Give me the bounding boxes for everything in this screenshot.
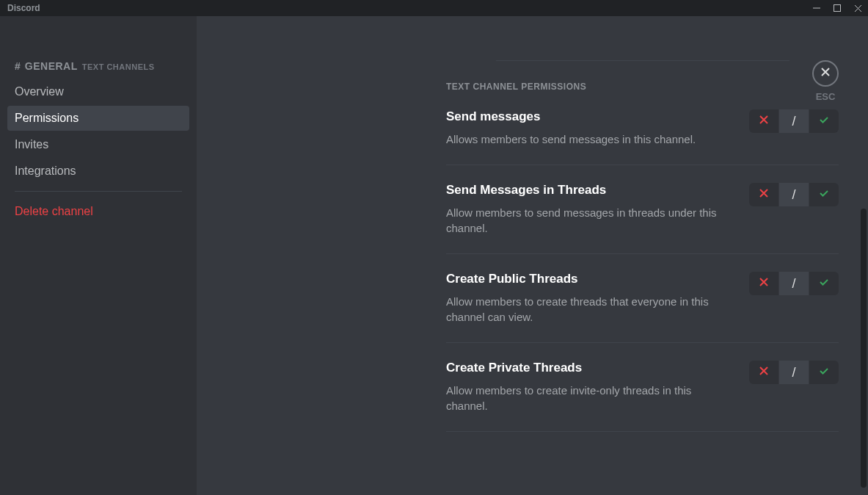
slash-icon: / [792, 365, 795, 380]
close-window-button[interactable] [847, 0, 868, 16]
sidebar-item-permissions[interactable]: Permissions [7, 106, 189, 131]
perm-title: Create Private Threads [446, 361, 734, 375]
deny-button[interactable] [749, 272, 778, 295]
deny-button[interactable] [749, 183, 778, 206]
passthrough-button[interactable]: / [779, 272, 809, 295]
perm-desc: Allows members to send messages in this … [446, 131, 734, 147]
allow-button[interactable] [809, 272, 839, 295]
channel-type: TEXT CHANNELS [82, 62, 155, 71]
sidebar-item-integrations[interactable]: Integrations [7, 159, 189, 184]
deny-button[interactable] [749, 109, 778, 133]
deny-button[interactable] [749, 361, 778, 384]
perm-text: Send messages Allows members to send mes… [446, 109, 749, 147]
titlebar-title: Discord [7, 3, 40, 13]
perm-text: Send Messages in Threads Allow members t… [446, 183, 749, 236]
section-header: TEXT CHANNEL PERMISSIONS [446, 82, 839, 92]
minimize-button[interactable] [806, 0, 827, 16]
check-icon [818, 114, 830, 129]
x-icon [758, 365, 770, 380]
top-divider [496, 60, 789, 61]
sidebar-item-label: Overview [15, 85, 64, 98]
passthrough-button[interactable]: / [779, 109, 809, 133]
slash-icon: / [792, 187, 795, 203]
perm-item-send-messages-threads: Send Messages in Threads Allow members t… [446, 183, 839, 254]
perm-desc: Allow members to create invite-only thre… [446, 383, 734, 413]
sidebar-item-label: Integrations [15, 165, 76, 177]
perm-text: Create Public Threads Allow members to c… [446, 272, 749, 325]
sidebar: # GENERAL TEXT CHANNELS Overview Permiss… [0, 16, 197, 495]
tri-toggle: / [749, 109, 839, 133]
perm-title: Create Public Threads [446, 272, 734, 286]
perm-item-create-public-threads: Create Public Threads Allow members to c… [446, 272, 839, 343]
tri-toggle: / [749, 183, 839, 206]
allow-button[interactable] [809, 183, 839, 206]
passthrough-button[interactable]: / [779, 183, 809, 206]
titlebar: Discord [0, 0, 868, 16]
check-icon [818, 187, 830, 202]
check-icon [818, 365, 830, 380]
sidebar-divider [15, 191, 182, 192]
sidebar-header: # GENERAL TEXT CHANNELS [7, 60, 189, 79]
close-icon [820, 66, 831, 81]
slash-icon: / [792, 276, 795, 292]
titlebar-controls [806, 0, 868, 16]
passthrough-button[interactable]: / [779, 361, 809, 384]
perm-text: Create Private Threads Allow members to … [446, 361, 749, 413]
sidebar-item-label: Delete channel [15, 205, 93, 217]
perm-title: Send messages [446, 109, 734, 124]
hash-icon: # [15, 60, 21, 72]
x-icon [758, 114, 770, 129]
perm-desc: Allow members to send messages in thread… [446, 205, 734, 236]
perm-item-create-private-threads: Create Private Threads Allow members to … [446, 361, 839, 432]
x-icon [758, 276, 770, 291]
tri-toggle: / [749, 272, 839, 295]
sidebar-item-overview[interactable]: Overview [7, 79, 189, 104]
scrollbar-track[interactable] [861, 32, 867, 495]
maximize-button[interactable] [827, 0, 847, 16]
app-body: # GENERAL TEXT CHANNELS Overview Permiss… [0, 16, 868, 495]
allow-button[interactable] [809, 109, 839, 133]
svg-rect-1 [834, 5, 841, 12]
x-icon [758, 187, 770, 202]
slash-icon: / [792, 114, 795, 129]
sidebar-item-label: Permissions [15, 112, 79, 124]
perm-title: Send Messages in Threads [446, 183, 734, 198]
perm-item-send-messages: Send messages Allows members to send mes… [446, 109, 839, 165]
check-icon [818, 276, 830, 291]
esc-label: ESC [816, 91, 836, 102]
close-area: ESC [812, 60, 839, 102]
channel-name: GENERAL [25, 60, 78, 72]
main: TEXT CHANNEL PERMISSIONS Send messages A… [197, 16, 868, 495]
allow-button[interactable] [809, 361, 839, 384]
content: TEXT CHANNEL PERMISSIONS Send messages A… [197, 16, 868, 495]
scrollbar-thumb[interactable] [861, 209, 867, 488]
close-settings-button[interactable] [812, 60, 839, 87]
tri-toggle: / [749, 361, 839, 384]
sidebar-item-delete-channel[interactable]: Delete channel [7, 199, 189, 224]
sidebar-item-invites[interactable]: Invites [7, 132, 189, 157]
sidebar-item-label: Invites [15, 138, 48, 151]
perm-desc: Allow members to create threads that eve… [446, 294, 734, 325]
